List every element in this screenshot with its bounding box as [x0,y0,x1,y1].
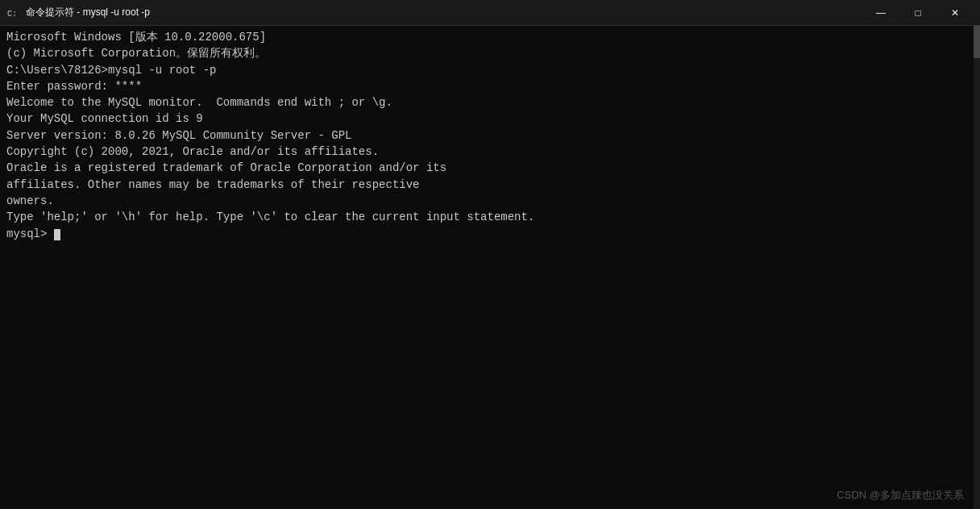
close-button[interactable]: ✕ [936,0,974,26]
title-bar-title: 命令提示符 - mysql -u root -p [26,6,150,19]
terminal-output: Microsoft Windows [版本 10.0.22000.675](c)… [6,29,974,242]
terminal-line: Copyright (c) 2000, 2021, Oracle and/or … [6,144,974,160]
svg-text:C:: C: [7,10,17,19]
watermark: CSDN @多加点辣也没关系 [837,488,964,503]
terminal-line: owners. [6,193,974,209]
terminal-line: mysql> [6,226,974,242]
minimize-button[interactable]: — [862,0,899,26]
terminal-line: Enter password: **** [6,78,974,94]
terminal-line: (c) Microsoft Corporation。保留所有权利。 [6,45,974,61]
terminal-line: affiliates. Other names may be trademark… [6,177,974,193]
scrollbar[interactable] [974,26,980,509]
title-bar: C: 命令提示符 - mysql -u root -p — □ ✕ [0,0,980,26]
title-bar-left: C: 命令提示符 - mysql -u root -p [6,6,150,19]
terminal-line: Server version: 8.0.26 MySQL Community S… [6,127,974,144]
terminal[interactable]: Microsoft Windows [版本 10.0.22000.675](c)… [0,26,980,509]
terminal-line: Oracle is a registered trademark of Orac… [6,160,974,176]
terminal-line: Your MySQL connection id is 9 [6,111,974,127]
terminal-line: Type 'help;' or '\h' for help. Type '\c'… [6,209,974,225]
title-bar-controls: — □ ✕ [862,0,974,26]
maximize-button[interactable]: □ [899,0,936,26]
cmd-icon: C: [6,6,19,19]
scrollbar-thumb[interactable] [974,26,980,58]
terminal-line: C:\Users\78126>mysql -u root -p [6,62,974,78]
terminal-line: Welcome to the MySQL monitor. Commands e… [6,94,974,111]
cursor [54,229,60,240]
terminal-line: Microsoft Windows [版本 10.0.22000.675] [6,29,974,45]
